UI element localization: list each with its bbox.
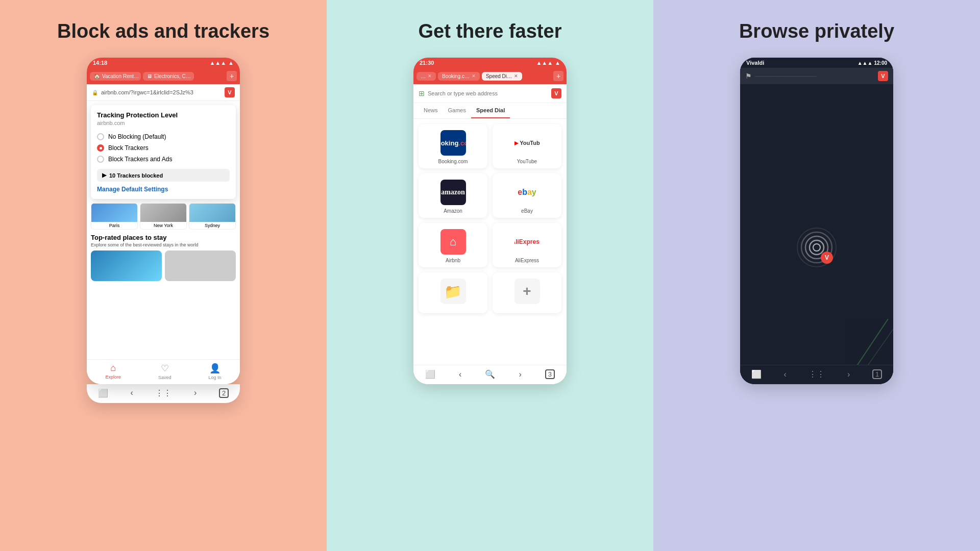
sydney-img [189, 204, 235, 222]
center-forward-icon[interactable]: › [519, 370, 521, 379]
dark-vivaldi-button[interactable]: V [878, 71, 888, 81]
dest-paris[interactable]: Paris [91, 203, 138, 230]
bottom-nav: ⌂ Explore ♡ Saved 👤 Log In [87, 359, 240, 384]
nav-explore[interactable]: ⌂ Explore [105, 363, 121, 380]
tab-close2-icon[interactable]: ✕ [193, 73, 194, 79]
center-phone: 21:30 ▲▲▲ ▲ … ✕ Booking.c… ✕ Speed Di… ✕… [413, 58, 567, 384]
right-panel-title: Browse privately [739, 20, 894, 42]
saved-label: Saved [158, 375, 172, 380]
ebay-logo: ebay [514, 180, 540, 205]
center-search-btn[interactable]: 🔍 [485, 369, 495, 379]
add-tab-button[interactable]: + [227, 71, 237, 81]
newyork-img [140, 204, 186, 222]
booking-logo: Booking.com [440, 130, 466, 156]
tab-speed-dial[interactable]: Speed Dial [471, 103, 510, 118]
sd-youtube[interactable]: ▶ YouTube YouTube [493, 124, 561, 168]
center-tab-bar: … ✕ Booking.c… ✕ Speed Di… ✕ + [413, 68, 567, 84]
center-tab-speeddial[interactable]: Speed Di… ✕ [482, 72, 522, 81]
tracking-popup: Tracking Protection Level airbnb.com No … [91, 105, 236, 199]
tab-count-icon[interactable]: 2 [219, 388, 229, 398]
paris-label: Paris [91, 222, 137, 229]
option-block-trackers[interactable]: Block Trackers [97, 142, 230, 154]
trackers-blocked-text: 10 Trackers blocked [109, 172, 163, 179]
sd-booking[interactable]: Booking.com Booking.com [419, 124, 487, 168]
center-wifi-icon: ▲ [555, 60, 560, 66]
dark-forward-icon[interactable]: › [847, 370, 850, 379]
vivaldi-button[interactable]: V [225, 87, 235, 97]
svg-point-3 [810, 240, 824, 255]
dark-grid-icon[interactable]: ⋮⋮ [808, 369, 825, 379]
dark-tab-count[interactable]: 1 [872, 369, 882, 379]
center-vivaldi-button[interactable]: V [551, 88, 561, 98]
sd-ebay[interactable]: ebay eBay [493, 173, 561, 218]
explore-label: Explore [105, 374, 121, 380]
center-search-input[interactable] [428, 90, 548, 96]
radio-block-trackers-ads[interactable] [97, 156, 104, 163]
youtube-icon: ▶ [514, 137, 519, 148]
center-status-icons: ▲▲▲ ▲ [536, 60, 560, 66]
url-text[interactable]: airbnb.com/?irgwc=1&irlclid=2SJz%3 [101, 89, 222, 95]
folder-icon: 📁 [444, 283, 462, 300]
option-block-trackers-ads[interactable]: Block Trackers and Ads [97, 154, 230, 165]
sd-folder[interactable]: 📁 [419, 272, 487, 313]
dest-sydney[interactable]: Sydney [189, 203, 236, 230]
center-tab-count[interactable]: 3 [545, 369, 555, 379]
sd-airbnb[interactable]: ⌂ Airbnb [419, 223, 487, 267]
sydney-label: Sydney [189, 222, 235, 229]
airbnb-name: Airbnb [446, 258, 460, 263]
wifi-icon: ▲ [228, 60, 234, 66]
youtube-name: YouTube [517, 159, 537, 164]
tab-electronics[interactable]: 🖥 Electronics, C… ✕ [143, 72, 194, 81]
trackers-blocked-info: ▶ 10 Trackers blocked [97, 169, 230, 182]
tab-games[interactable]: Games [443, 103, 471, 118]
manage-settings-link[interactable]: Manage Default Settings [97, 186, 230, 193]
fingerprint-icon: V [794, 224, 840, 270]
center-tabs-icon[interactable]: ⬜ [425, 369, 435, 379]
sd-amazon[interactable]: amazon Amazon [419, 173, 487, 218]
login-icon: 👤 [209, 363, 220, 374]
left-tab-bar: 🏠 Vacation Rent… ✕ 🖥 Electronics, C… ✕ + [87, 68, 240, 84]
sd-add[interactable]: + [493, 272, 561, 313]
places-title: Top-rated places to stay [91, 234, 236, 241]
sd-aliexpress[interactable]: AliExpress AliExpress [493, 223, 561, 267]
option-no-blocking-label: No Blocking (Default) [108, 133, 166, 140]
dark-back-icon[interactable]: ‹ [783, 370, 786, 379]
place-card-2 [165, 251, 236, 281]
dark-flag-icon: ⚑ [745, 72, 752, 80]
radio-no-blocking[interactable] [97, 133, 104, 140]
popup-title: Tracking Protection Level [97, 111, 230, 119]
forward-icon[interactable]: › [194, 388, 197, 398]
tab-vacation[interactable]: 🏠 Vacation Rent… ✕ [90, 72, 141, 81]
center-tab1-close[interactable]: ✕ [428, 73, 432, 79]
dest-newyork[interactable]: New York [140, 203, 187, 230]
tab-news[interactable]: News [419, 103, 443, 118]
tabs-icon[interactable]: ⬜ [98, 388, 108, 398]
left-phone: 14:18 ▲▲▲ ▲ 🏠 Vacation Rent… ✕ 🖥 Electro… [87, 58, 240, 384]
center-tab-booking[interactable]: Booking.c… ✕ [438, 72, 480, 81]
center-status-bar: 21:30 ▲▲▲ ▲ [413, 58, 567, 68]
ebay-text: ebay [518, 188, 536, 197]
nav-login[interactable]: 👤 Log In [208, 363, 221, 380]
center-add-tab[interactable]: + [553, 71, 564, 81]
option-no-blocking[interactable]: No Blocking (Default) [97, 131, 230, 142]
center-tab2-close[interactable]: ✕ [472, 73, 476, 79]
center-tab-1[interactable]: … ✕ [416, 72, 436, 81]
center-back-icon[interactable]: ‹ [459, 370, 461, 379]
center-tab3-close[interactable]: ✕ [514, 73, 518, 79]
ebay-name: eBay [521, 208, 533, 214]
add-icon: + [523, 283, 531, 299]
left-status-icons: ▲▲▲ ▲ [209, 60, 234, 66]
right-app-name: Vivaldi [746, 60, 764, 66]
dark-tabs-icon[interactable]: ⬜ [751, 369, 762, 379]
center-signal-icon: ▲▲▲ [536, 60, 553, 66]
nav-saved[interactable]: ♡ Saved [158, 363, 172, 380]
airbnb-logo: ⌂ [440, 229, 466, 255]
radio-block-trackers[interactable] [97, 144, 104, 152]
panel-right: Browse privately Vivaldi ▲▲▲ 12:00 ⚑ ───… [653, 0, 980, 551]
explore-icon: ⌂ [110, 363, 116, 373]
back-icon[interactable]: ‹ [130, 388, 133, 398]
panel-center: Get there faster 21:30 ▲▲▲ ▲ … ✕ Booking… [327, 0, 653, 551]
login-label: Log In [208, 375, 221, 380]
destinations-section: Paris New York Sydney Top-rated places t… [87, 203, 240, 281]
grid-icon[interactable]: ⋮⋮ [155, 388, 172, 398]
